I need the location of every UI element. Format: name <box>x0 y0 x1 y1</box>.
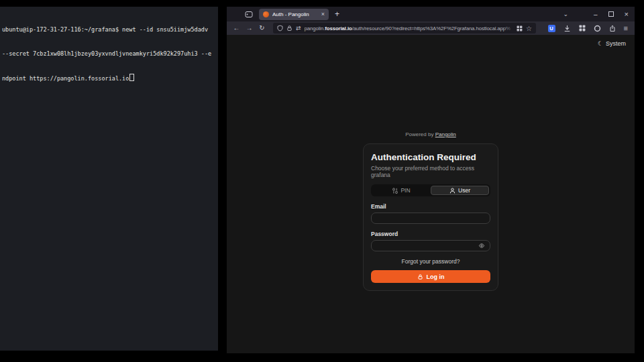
powered-by: Powered by Pangolin <box>363 131 498 137</box>
tab-title: Auth - Pangolin <box>272 11 318 17</box>
auth-card: Authentication Required Choose your pref… <box>363 143 498 291</box>
tracking-shield-icon[interactable] <box>277 25 283 32</box>
close-window-button[interactable]: × <box>625 10 629 18</box>
auth-method-tabs: PIN User <box>371 184 490 196</box>
url-bar[interactable]: ⇄ pangolin.fossorial.io/auth/resource/90… <box>273 23 536 34</box>
extension-circle-icon[interactable] <box>594 25 601 32</box>
back-button[interactable]: ← <box>231 25 241 32</box>
forgot-password-link[interactable]: Forgot your password? <box>371 258 490 265</box>
maximize-button[interactable] <box>608 11 614 17</box>
reload-button[interactable]: ↻ <box>257 25 267 32</box>
tab-close-icon[interactable]: × <box>321 11 325 17</box>
moon-icon: ☾ <box>598 40 603 47</box>
pin-keypad-icon <box>392 188 398 194</box>
tab-pin[interactable]: PIN <box>372 186 431 195</box>
login-label: Log in <box>427 274 445 280</box>
terminal-window[interactable]: ubuntu@ip-172-31-27-116:~/grafana$ newt … <box>0 7 218 351</box>
share-icon[interactable] <box>609 25 616 32</box>
password-field[interactable] <box>371 240 490 251</box>
window-controls: ⌄ – × <box>563 10 629 18</box>
download-icon[interactable] <box>564 25 571 32</box>
bookmark-star-icon[interactable]: ☆ <box>526 25 532 32</box>
browser-titlebar: Auth - Pangolin × + ⌄ – × <box>227 7 635 21</box>
login-button[interactable]: Log in <box>371 270 490 283</box>
desktop: { "terminal": { "lines": [ "ubuntu@ip-17… <box>0 0 644 362</box>
terminal-line: ndpoint https://pangolin.fossorial.io <box>2 74 217 82</box>
page-content: ☾ System Powered by Pangolin Authenticat… <box>227 35 635 353</box>
card-subtitle: Choose your preferred method to access g… <box>371 165 490 178</box>
card-title: Authentication Required <box>371 152 490 162</box>
show-password-eye-icon[interactable] <box>478 243 485 249</box>
browser-toolbar: ← → ↻ ⇄ pangolin.fossorial.io/auth/resou… <box>227 21 635 35</box>
pangolin-link[interactable]: Pangolin <box>435 131 456 137</box>
menu-icon[interactable]: ≡ <box>624 24 628 32</box>
terminal-line: ubuntu@ip-172-31-27-116:~/grafana$ newt … <box>2 25 217 34</box>
ublock-extension-icon[interactable]: U <box>548 25 555 32</box>
minimize-button[interactable]: – <box>594 11 598 18</box>
tab-list-chevron-icon[interactable]: ⌄ <box>563 11 568 17</box>
browser-window: Auth - Pangolin × + ⌄ – × ← → ↻ <box>227 7 635 353</box>
terminal-line: --secret 7cbz1xw08lh1jbzey03yxvndljvneam… <box>2 50 217 58</box>
login-lock-icon <box>417 274 423 280</box>
url-text: pangolin.fossorial.io/auth/resource/90?r… <box>305 25 513 32</box>
tab-user-label: User <box>458 187 470 194</box>
pangolin-favicon-icon <box>263 11 269 17</box>
shortcuts-grid-icon[interactable] <box>517 25 523 32</box>
extensions-icon[interactable] <box>579 25 586 32</box>
email-field[interactable] <box>371 213 490 224</box>
tab-pin-label: PIN <box>400 187 410 194</box>
password-label: Password <box>371 231 490 237</box>
new-tab-button[interactable]: + <box>335 10 339 18</box>
forward-button[interactable]: → <box>244 25 254 32</box>
tab-user[interactable]: User <box>431 186 489 195</box>
theme-label: System <box>606 40 626 47</box>
email-label: Email <box>371 203 490 210</box>
browser-tab[interactable]: Auth - Pangolin × <box>259 9 329 20</box>
firefox-view-icon[interactable] <box>245 11 253 18</box>
permissions-icon[interactable]: ⇄ <box>296 25 301 32</box>
user-icon <box>449 188 455 194</box>
theme-toggle[interactable]: ☾ System <box>598 40 626 47</box>
lock-icon[interactable] <box>286 25 292 32</box>
auth-column: Powered by Pangolin Authentication Requi… <box>363 131 498 291</box>
toolbar-extensions: U ≡ <box>548 24 630 32</box>
terminal-cursor <box>129 74 134 81</box>
